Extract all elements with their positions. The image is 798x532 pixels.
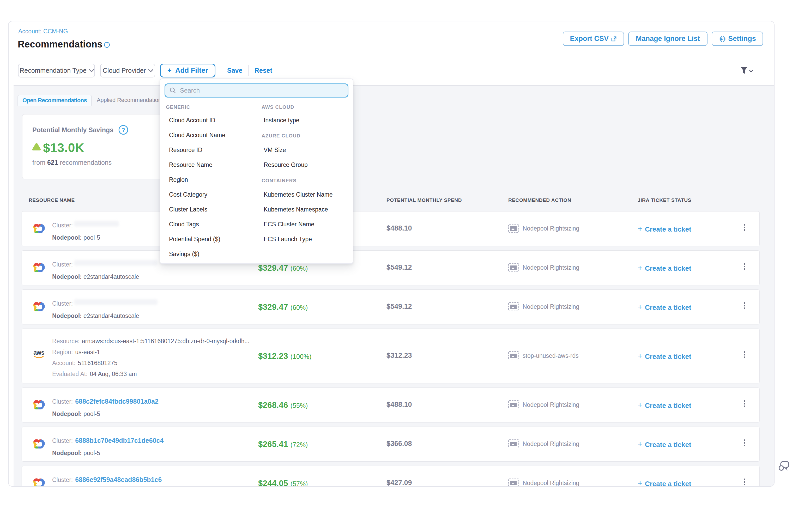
svg-text:?: ? — [121, 127, 125, 133]
